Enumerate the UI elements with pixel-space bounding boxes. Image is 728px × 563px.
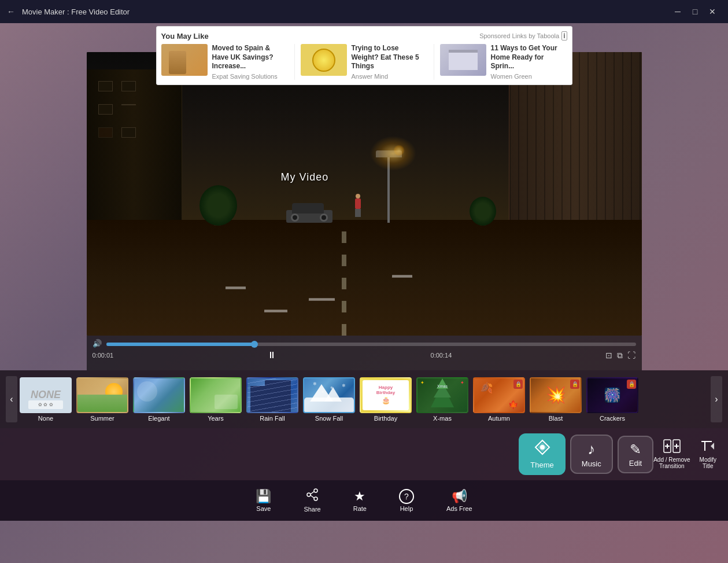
ad-item-text-1: Trying to Lose Weight? Eat These 5 Thing… bbox=[352, 44, 428, 80]
street-light-center bbox=[387, 153, 390, 223]
theme-item-crackers[interactable]: 🎆 🔒 Crackers bbox=[586, 377, 638, 422]
video-player: My Video bbox=[87, 52, 642, 336]
theme-item-blast[interactable]: 💥 🔒 Blast bbox=[530, 377, 582, 422]
ad-banner-header: You May Like Sponsored Links by Taboola … bbox=[161, 31, 567, 41]
tree-2 bbox=[480, 208, 486, 226]
theme-item-snowFall[interactable]: ❄ ❄ ❄ ❄ Snow Fall bbox=[303, 377, 355, 422]
main-content: You May Like Sponsored Links by Taboola … bbox=[0, 23, 728, 563]
help-button[interactable]: ? Help bbox=[394, 487, 419, 514]
theme-thumb-none: NONE ✿ ✿ ✿ bbox=[20, 377, 72, 413]
theme-item-autumn[interactable]: 🍂 🍁 🔒 Autumn bbox=[473, 377, 525, 422]
app-title: Movie Maker : Free Video Editor bbox=[22, 8, 669, 16]
toolbar-right: Add / RemoveTransition ModifyTitle bbox=[653, 439, 716, 469]
volume-icon[interactable]: 🔊 bbox=[93, 339, 102, 348]
themes-next-button[interactable]: › bbox=[711, 376, 722, 422]
pip-icon[interactable]: ⧉ bbox=[617, 351, 623, 360]
ad-image-home bbox=[440, 44, 486, 76]
theme-item-xmas[interactable]: ✦ ✦ Xmas X-mas bbox=[416, 377, 468, 422]
save-button[interactable]: 💾 Save bbox=[251, 487, 276, 514]
theme-item-elegant[interactable]: Elegant bbox=[133, 377, 185, 422]
help-icon: ? bbox=[399, 489, 414, 504]
theme-thumb-xmas: ✦ ✦ Xmas bbox=[416, 377, 468, 413]
lock-badge-crackers: 🔒 bbox=[627, 380, 636, 389]
save-label: Save bbox=[256, 505, 271, 512]
ad-item-2[interactable]: 11 Ways to Get Your Home Ready for Sprin… bbox=[440, 44, 567, 80]
progress-bar[interactable] bbox=[106, 343, 636, 346]
edit-tool-button[interactable]: ✎ Edit bbox=[618, 436, 653, 473]
music-tool-icon: ♪ bbox=[587, 440, 595, 458]
expand-icon[interactable]: ⛶ bbox=[627, 351, 635, 360]
theme-name-summer: Summer bbox=[90, 415, 114, 422]
theme-thumb-summer bbox=[76, 377, 128, 413]
play-pause-button[interactable]: ⏸ bbox=[267, 350, 276, 360]
ad-item-source-0: Expat Saving Solutions bbox=[212, 73, 289, 80]
ad-you-may-like: You May Like bbox=[161, 32, 209, 41]
toolbar: Theme ♪ Music ✎ Edit bbox=[0, 428, 728, 480]
share-button[interactable]: Share bbox=[299, 486, 325, 515]
add-remove-transition-icon bbox=[663, 439, 681, 457]
modify-title-button[interactable]: ModifyTitle bbox=[700, 439, 716, 469]
theme-thumb-autumn: 🍂 🍁 🔒 bbox=[473, 377, 525, 413]
svg-point-13 bbox=[314, 497, 317, 501]
themes-prev-button[interactable]: ‹ bbox=[6, 376, 17, 422]
ads-free-button[interactable]: 📢 Ads Free bbox=[442, 487, 477, 514]
theme-item-summer[interactable]: Summer bbox=[76, 377, 128, 422]
rate-label: Rate bbox=[353, 505, 367, 512]
save-icon: 💾 bbox=[256, 489, 271, 504]
rate-button[interactable]: ★ Rate bbox=[349, 487, 371, 514]
minimize-button[interactable]: ─ bbox=[669, 3, 686, 20]
theme-name-blast: Blast bbox=[549, 415, 563, 422]
svg-line-14 bbox=[311, 492, 314, 495]
edit-tool-label: Edit bbox=[629, 459, 642, 468]
time-total: 0:00:14 bbox=[431, 352, 452, 359]
ad-item-1[interactable]: Trying to Lose Weight? Eat These 5 Thing… bbox=[301, 44, 428, 80]
ads-free-label: Ads Free bbox=[446, 505, 472, 512]
share-icon bbox=[306, 488, 319, 505]
ad-image-food bbox=[301, 44, 347, 76]
theme-tool-icon bbox=[534, 439, 550, 459]
add-remove-transition-label: Add / RemoveTransition bbox=[653, 457, 690, 469]
ad-items: Moved to Spain & Have UK Savings? Increa… bbox=[161, 44, 567, 80]
time-current: 0:00:01 bbox=[93, 352, 114, 359]
video-scene: My Video bbox=[87, 52, 642, 336]
theme-name-elegant: Elegant bbox=[148, 415, 169, 422]
help-label: Help bbox=[400, 505, 413, 512]
share-label: Share bbox=[304, 506, 320, 513]
video-title-overlay: My Video bbox=[281, 171, 329, 183]
ads-free-icon: 📢 bbox=[452, 489, 467, 504]
theme-item-years[interactable]: Years bbox=[190, 377, 242, 422]
ad-divider-2 bbox=[434, 44, 434, 80]
theme-tool-button[interactable]: Theme bbox=[519, 433, 565, 475]
parked-car bbox=[286, 203, 332, 223]
theme-thumb-blast: 💥 🔒 bbox=[530, 377, 582, 413]
maximize-button[interactable]: □ bbox=[686, 3, 704, 20]
svg-point-12 bbox=[307, 493, 311, 496]
ad-item-title-0: Moved to Spain & Have UK Savings? Increa… bbox=[212, 44, 289, 71]
fullscreen-icon[interactable]: ⊡ bbox=[605, 351, 612, 360]
theme-item-none[interactable]: NONE ✿ ✿ ✿ None bbox=[20, 377, 72, 422]
music-tool-button[interactable]: ♪ Music bbox=[570, 435, 613, 474]
theme-item-birthday[interactable]: HappyBirthday 🎂 Birthday bbox=[360, 377, 412, 422]
theme-thumb-elegant bbox=[133, 377, 185, 413]
theme-name-snowFall: Snow Fall bbox=[315, 415, 343, 422]
add-remove-transition-button[interactable]: Add / RemoveTransition bbox=[653, 439, 690, 469]
video-controls: 🔊 0:00:01 ⏸ 0:00:14 ⊡ ⧉ ⛶ bbox=[87, 336, 642, 370]
theme-name-rainFall: Rain Fall bbox=[260, 415, 284, 422]
ad-item-source-2: Women Green bbox=[491, 73, 567, 80]
theme-name-years: Years bbox=[208, 415, 224, 422]
theme-thumb-snowFall: ❄ ❄ ❄ ❄ bbox=[303, 377, 355, 413]
close-button[interactable]: ✕ bbox=[704, 3, 721, 20]
ad-item-title-2: 11 Ways to Get Your Home Ready for Sprin… bbox=[491, 44, 567, 71]
theme-name-xmas: X-mas bbox=[433, 415, 452, 422]
svg-point-2 bbox=[540, 445, 545, 450]
theme-name-crackers: Crackers bbox=[600, 415, 625, 422]
theme-thumb-rainFall bbox=[246, 377, 298, 413]
control-icons: ⊡ ⧉ ⛶ bbox=[605, 351, 635, 360]
bottom-bar: 💾 Save Share ★ Rate ? Help 📢 bbox=[0, 480, 728, 521]
themes-list: NONE ✿ ✿ ✿ None Summer bbox=[17, 377, 711, 422]
back-button[interactable]: ← bbox=[7, 7, 15, 16]
ad-item-text-0: Moved to Spain & Have UK Savings? Increa… bbox=[212, 44, 289, 80]
theme-item-rainFall[interactable]: Rain Fall bbox=[246, 377, 298, 422]
theme-tool-label: Theme bbox=[530, 461, 553, 469]
ad-item-0[interactable]: Moved to Spain & Have UK Savings? Increa… bbox=[161, 44, 289, 80]
